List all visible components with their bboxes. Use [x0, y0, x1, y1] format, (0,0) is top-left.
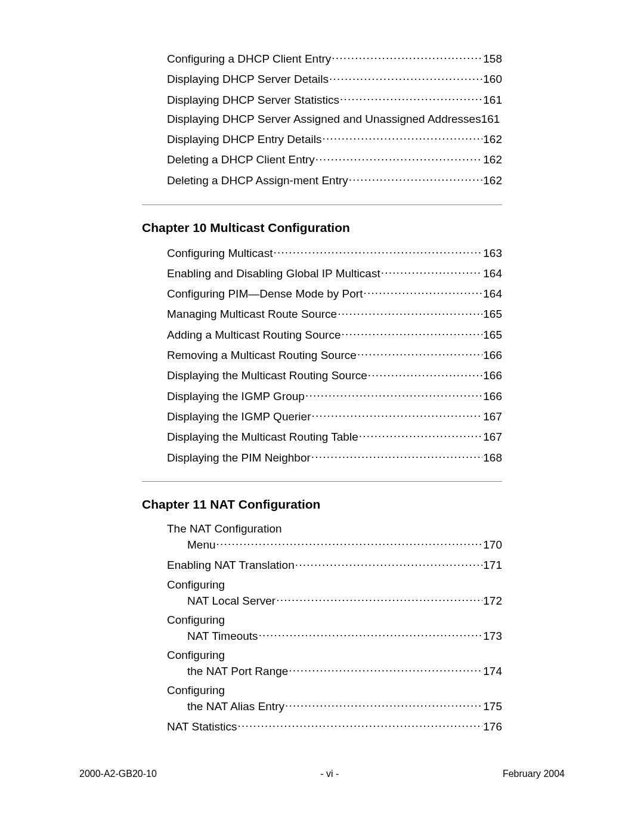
- leader-dots: [305, 389, 482, 400]
- toc-block-ch10: Configuring Multicast163 Enabling and Di…: [167, 246, 502, 465]
- toc-label: Enabling and Disabling Global IP Multica…: [167, 267, 380, 281]
- toc-label-cont: NAT Local Server: [187, 594, 275, 608]
- leader-dots: [285, 699, 482, 710]
- toc-label: Displaying the PIM Neighbor: [167, 451, 311, 465]
- toc-entry: Displaying the Multicast Routing Table16…: [167, 429, 502, 444]
- toc-label: NAT Statistics: [167, 720, 237, 734]
- toc-entry: Displaying the IGMP Group166: [167, 389, 502, 404]
- leader-dots: [359, 429, 483, 441]
- toc-label: Enabling NAT Translation: [167, 559, 295, 572]
- leader-dots: [332, 51, 482, 63]
- toc-label: Configuring PIM—Dense Mode by Port: [167, 287, 363, 301]
- toc-label-cont: NAT Timeouts: [187, 630, 258, 643]
- toc-label-cont: the NAT Port Range: [187, 665, 288, 679]
- leader-dots: [238, 719, 483, 730]
- toc-page: 172: [483, 594, 502, 608]
- leader-dots: [340, 92, 482, 104]
- toc-label: Deleting a DHCP Assign-ment Entry: [167, 174, 348, 188]
- toc-page: 167: [483, 410, 502, 424]
- page-footer: 2000-A2-GB20-10 - vi - February 2004: [79, 769, 565, 779]
- toc-page: 170: [483, 538, 502, 552]
- leader-dots: [322, 132, 482, 143]
- toc-block-pre: Configuring a DHCP Client Entry 158 Disp…: [167, 51, 502, 188]
- leader-dots: [368, 368, 482, 379]
- leader-dots: [329, 72, 482, 83]
- toc-entry: Deleting a DHCP Assign-ment Entry 162: [167, 173, 502, 188]
- toc-entry: Displaying DHCP Server Details 160: [167, 72, 502, 86]
- toc-label: Displaying the Multicast Routing Table: [167, 431, 358, 444]
- toc-label: Displaying DHCP Server Assigned and Unas…: [167, 113, 481, 126]
- toc-page: 162: [483, 174, 502, 188]
- toc-page: 166: [483, 390, 502, 404]
- toc-page: 163: [483, 247, 502, 261]
- toc-label: Managing Multicast Route Source: [167, 308, 337, 321]
- toc-label: Displaying DHCP Server Statistics: [167, 94, 339, 107]
- toc-page: 165: [483, 308, 502, 321]
- leader-dots: [342, 327, 483, 339]
- divider: [142, 205, 502, 205]
- toc-entry: Displaying DHCP Entry Details 162: [167, 132, 502, 147]
- toc-page: 160: [483, 73, 502, 86]
- toc-page: 166: [483, 369, 502, 383]
- toc-entry: Enabling and Disabling Global IP Multica…: [167, 266, 502, 281]
- divider: [142, 481, 502, 482]
- toc-entry: The NAT Configuration Menu 170: [167, 522, 502, 552]
- toc-label-cont: Menu: [187, 538, 216, 552]
- toc-page: 166: [483, 349, 502, 363]
- toc-label: Adding a Multicast Routing Source: [167, 329, 341, 342]
- toc-page: 164: [483, 287, 502, 301]
- toc-label-cont: the NAT Alias Entry: [187, 700, 284, 714]
- toc-entry: Displaying the IGMP Querier167: [167, 409, 502, 424]
- leader-dots: [289, 664, 482, 675]
- toc-page: 164: [483, 267, 502, 281]
- toc-page: 174: [483, 665, 502, 679]
- toc-entry: Displaying the Multicast Routing Source1…: [167, 368, 502, 383]
- toc-label: Configuring: [167, 684, 502, 698]
- toc-page: 173: [483, 630, 502, 643]
- toc-page: 162: [483, 153, 502, 167]
- toc-label: Configuring a DHCP Client Entry: [167, 52, 331, 66]
- toc-page: 176: [483, 720, 502, 734]
- toc-label: Deleting a DHCP Client Entry: [167, 153, 315, 167]
- leader-dots: [276, 593, 482, 605]
- toc-entry: Displaying the PIM Neighbor168: [167, 450, 502, 465]
- leader-dots: [363, 286, 482, 298]
- leader-dots: [216, 537, 483, 549]
- toc-page: 167: [483, 431, 502, 444]
- toc-entry: Configuring the NAT Alias Entry175: [167, 684, 502, 714]
- doc-date: February 2004: [503, 769, 565, 779]
- toc-entry: Displaying DHCP Server Assigned and Unas…: [167, 113, 502, 126]
- toc-label: Configuring Multicast: [167, 247, 273, 261]
- toc-label: Configuring: [167, 649, 502, 662]
- toc-entry: Managing Multicast Route Source165: [167, 306, 502, 321]
- toc-label: Configuring: [167, 578, 502, 592]
- toc-entry: Displaying DHCP Server Statistics 161: [167, 92, 502, 107]
- toc-label: Removing a Multicast Routing Source: [167, 349, 357, 363]
- leader-dots: [315, 152, 482, 163]
- toc-entry: Configuring NAT Timeouts173: [167, 614, 502, 643]
- toc-page: 161: [481, 113, 500, 126]
- toc-entry: Removing a Multicast Routing Source 166: [167, 348, 502, 363]
- chapter-11-title: Chapter 11 NAT Configuration: [142, 497, 502, 512]
- leader-dots: [295, 558, 483, 569]
- leader-dots: [357, 348, 482, 359]
- leader-dots: [349, 173, 483, 184]
- toc-label: Displaying the IGMP Querier: [167, 410, 311, 424]
- toc-block-ch11: The NAT Configuration Menu 170 Enabling …: [167, 522, 502, 734]
- toc-page: 175: [483, 700, 502, 714]
- toc-entry: Configuring the NAT Port Range174: [167, 649, 502, 679]
- leader-dots: [311, 409, 482, 420]
- toc-entry: Configuring Multicast163: [167, 246, 502, 261]
- toc-entry: NAT Statistics 176: [167, 719, 502, 734]
- toc-entry: Deleting a DHCP Client Entry 162: [167, 152, 502, 167]
- toc-entry: Enabling NAT Translation171: [167, 558, 502, 572]
- leader-dots: [273, 246, 482, 257]
- page-number: - vi -: [320, 769, 339, 779]
- leader-dots: [338, 306, 482, 318]
- toc-content: Configuring a DHCP Client Entry 158 Disp…: [142, 51, 502, 739]
- toc-page: 161: [483, 94, 502, 107]
- toc-entry: Adding a Multicast Routing Source 165: [167, 327, 502, 342]
- toc-page: 158: [483, 52, 502, 66]
- toc-label: Displaying DHCP Server Details: [167, 73, 329, 86]
- toc-label: Configuring: [167, 614, 502, 627]
